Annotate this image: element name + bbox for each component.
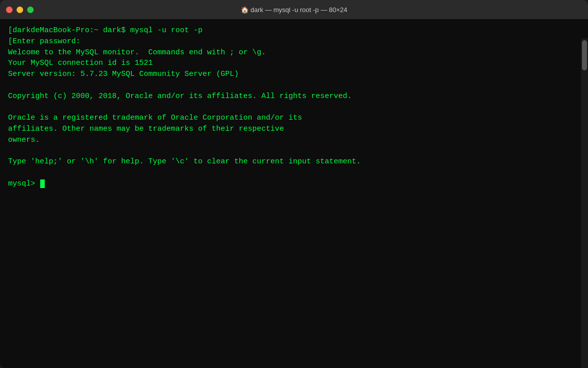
- prompt-text: mysql>: [8, 179, 40, 188]
- terminal-prompt-line[interactable]: mysql>: [8, 178, 574, 190]
- terminal-line: Your MySQL connection id is 1521: [8, 58, 574, 69]
- terminal-line: Welcome to the MySQL monitor. Commands e…: [8, 47, 574, 58]
- terminal-line: owners.: [8, 135, 574, 146]
- terminal-blank-line: [8, 102, 574, 113]
- scrollbar-thumb[interactable]: [582, 40, 587, 70]
- terminal-blank-line: [8, 145, 574, 156]
- terminal-line: [Enter password:: [8, 36, 574, 47]
- terminal-window: 🏠 dark — mysql -u root -p — 80×24 [darkd…: [0, 0, 588, 368]
- maximize-button[interactable]: [27, 7, 34, 13]
- terminal-body[interactable]: [darkdeMacBook-Pro:~ dark$ mysql -u root…: [0, 19, 588, 195]
- terminal-cursor: [40, 179, 45, 188]
- scrollbar-track[interactable]: [581, 38, 588, 368]
- terminal-line: affiliates. Other names may be trademark…: [8, 124, 574, 135]
- terminal-line: Server version: 5.7.23 MySQL Community S…: [8, 69, 574, 80]
- terminal-blank-line: [8, 80, 574, 91]
- window-title: 🏠 dark — mysql -u root -p — 80×24: [241, 6, 347, 14]
- terminal-line: Copyright (c) 2000, 2018, Oracle and/or …: [8, 91, 574, 102]
- terminal-line: Oracle is a registered trademark of Orac…: [8, 113, 574, 124]
- titlebar: 🏠 dark — mysql -u root -p — 80×24: [0, 0, 588, 19]
- close-button[interactable]: [6, 7, 13, 13]
- terminal-blank-line: [8, 167, 574, 178]
- terminal-line: Type 'help;' or '\h' for help. Type '\c'…: [8, 156, 574, 167]
- minimize-button[interactable]: [17, 7, 23, 13]
- house-icon: 🏠: [241, 6, 249, 14]
- terminal-line: [darkdeMacBook-Pro:~ dark$ mysql -u root…: [8, 25, 574, 36]
- traffic-lights: [6, 7, 34, 13]
